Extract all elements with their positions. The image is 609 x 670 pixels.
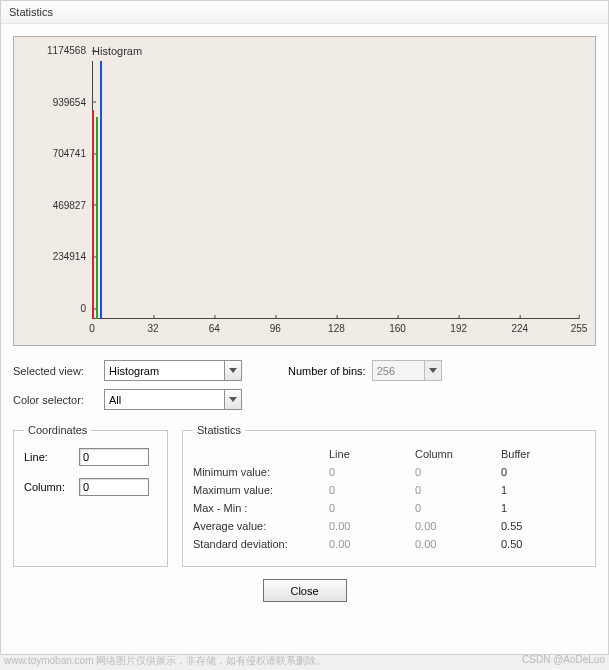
y-tick: 1174568 bbox=[47, 45, 92, 56]
watermark-left: www.toymoban.com 网络图片仅供展示，非存储，如有侵权请联系删除。 bbox=[4, 654, 326, 668]
x-tick: 96 bbox=[270, 319, 281, 334]
stats-header-buffer: Buffer bbox=[501, 448, 571, 460]
stats-buffer: 0.50 bbox=[501, 538, 571, 550]
selected-view-dropdown-button[interactable] bbox=[224, 360, 242, 381]
stats-line: 0 bbox=[329, 466, 409, 478]
lower-groups: Coordinates Line: Column: Statistics Lin… bbox=[13, 424, 596, 567]
color-selector-label: Color selector: bbox=[13, 394, 98, 406]
y-tick: 469827 bbox=[53, 199, 92, 210]
color-selector-input[interactable] bbox=[104, 389, 224, 410]
stats-header-column: Column bbox=[415, 448, 495, 460]
x-tick: 64 bbox=[209, 319, 220, 334]
controls-row-2: Color selector: bbox=[13, 389, 596, 410]
statistics-dialog: Statistics Histogram 0234914469827704741… bbox=[0, 0, 609, 655]
selected-view-input[interactable] bbox=[104, 360, 224, 381]
bins-input bbox=[372, 360, 424, 381]
watermark-right: CSDN @AoDeLuo bbox=[522, 654, 605, 668]
plot-area: 0234914469827704741939654117456803264961… bbox=[92, 61, 579, 319]
stats-header-line: Line bbox=[329, 448, 409, 460]
stats-line: 0.00 bbox=[329, 520, 409, 532]
chart-title: Histogram bbox=[92, 45, 142, 57]
x-tick: 255 bbox=[571, 319, 588, 334]
stats-header: Line Column Buffer bbox=[193, 448, 585, 460]
stats-label: Standard deviation: bbox=[193, 538, 323, 550]
stats-buffer: 0.55 bbox=[501, 520, 571, 532]
chevron-down-icon bbox=[229, 397, 237, 402]
close-row: Close bbox=[13, 579, 596, 602]
chevron-down-icon bbox=[429, 368, 437, 373]
column-input[interactable] bbox=[79, 478, 149, 496]
y-tick: 234914 bbox=[53, 251, 92, 262]
bins-dropdown-button bbox=[424, 360, 442, 381]
stats-label: Max - Min : bbox=[193, 502, 323, 514]
stats-buffer: 0 bbox=[501, 466, 571, 478]
statistics-legend: Statistics bbox=[193, 424, 245, 436]
x-tick: 32 bbox=[148, 319, 159, 334]
coordinates-legend: Coordinates bbox=[24, 424, 91, 436]
line-input[interactable] bbox=[79, 448, 149, 466]
bar-blue bbox=[100, 61, 102, 319]
watermark: www.toymoban.com 网络图片仅供展示，非存储，如有侵权请联系删除。… bbox=[4, 654, 605, 668]
x-tick: 0 bbox=[89, 319, 95, 334]
stats-label: Minimum value: bbox=[193, 466, 323, 478]
stats-line: 0 bbox=[329, 484, 409, 496]
bins-label: Number of bins: bbox=[288, 365, 366, 377]
stats-column: 0.00 bbox=[415, 520, 495, 532]
color-selector-dropdown-button[interactable] bbox=[224, 389, 242, 410]
stats-row: Max - Min :001 bbox=[193, 502, 585, 514]
stats-column: 0 bbox=[415, 502, 495, 514]
column-label: Column: bbox=[24, 481, 79, 493]
stats-row: Maximum value:001 bbox=[193, 484, 585, 496]
stats-row: Minimum value:000 bbox=[193, 466, 585, 478]
histogram-panel: Histogram 023491446982770474193965411745… bbox=[13, 36, 596, 346]
controls-row-1: Selected view: Number of bins: bbox=[13, 360, 596, 381]
x-tick: 224 bbox=[511, 319, 528, 334]
selected-view-label: Selected view: bbox=[13, 365, 98, 377]
close-button[interactable]: Close bbox=[263, 579, 347, 602]
x-tick: 160 bbox=[389, 319, 406, 334]
selected-view-combo[interactable] bbox=[104, 360, 242, 381]
stats-column: 0 bbox=[415, 484, 495, 496]
line-label: Line: bbox=[24, 451, 79, 463]
x-tick: 128 bbox=[328, 319, 345, 334]
bar-green bbox=[96, 117, 98, 319]
stats-column: 0 bbox=[415, 466, 495, 478]
stats-label: Maximum value: bbox=[193, 484, 323, 496]
y-tick: 704741 bbox=[53, 148, 92, 159]
y-tick: 0 bbox=[80, 303, 92, 314]
window-title: Statistics bbox=[1, 1, 608, 24]
coordinates-group: Coordinates Line: Column: bbox=[13, 424, 168, 567]
y-tick: 939654 bbox=[53, 96, 92, 107]
stats-line: 0 bbox=[329, 502, 409, 514]
dialog-content: Histogram 023491446982770474193965411745… bbox=[1, 24, 608, 614]
bar-red bbox=[92, 110, 94, 319]
stats-buffer: 1 bbox=[501, 484, 571, 496]
statistics-group: Statistics Line Column Buffer Minimum va… bbox=[182, 424, 596, 567]
stats-row: Standard deviation:0.000.000.50 bbox=[193, 538, 585, 550]
chevron-down-icon bbox=[229, 368, 237, 373]
color-selector-combo[interactable] bbox=[104, 389, 242, 410]
bins-spinner bbox=[372, 360, 442, 381]
stats-buffer: 1 bbox=[501, 502, 571, 514]
stats-label: Average value: bbox=[193, 520, 323, 532]
stats-line: 0.00 bbox=[329, 538, 409, 550]
x-tick: 192 bbox=[450, 319, 467, 334]
stats-column: 0.00 bbox=[415, 538, 495, 550]
stats-row: Average value:0.000.000.55 bbox=[193, 520, 585, 532]
